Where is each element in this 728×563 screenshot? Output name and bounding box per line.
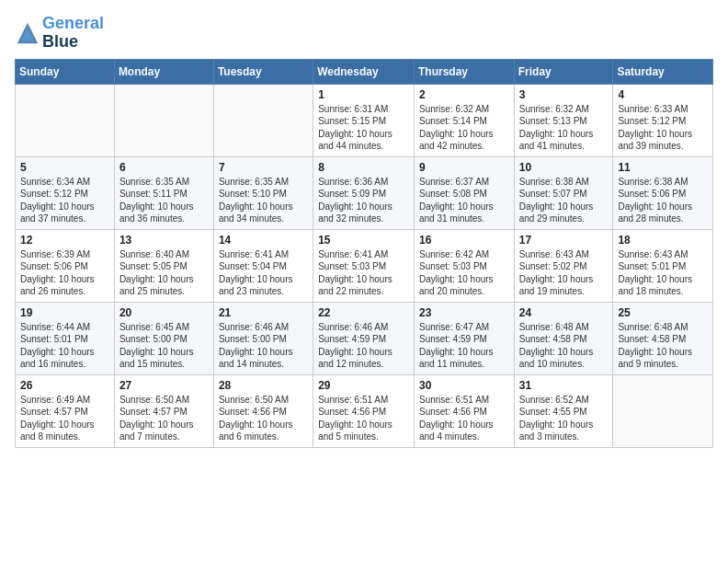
day-number: 19	[20, 306, 109, 319]
calendar-cell: 7Sunrise: 6:35 AM Sunset: 5:10 PM Daylig…	[213, 156, 313, 229]
day-number: 17	[519, 234, 609, 247]
day-number: 25	[618, 306, 708, 319]
day-number: 23	[419, 306, 509, 319]
calendar-cell: 9Sunrise: 6:37 AM Sunset: 5:08 PM Daylig…	[414, 156, 514, 229]
calendar-cell: 23Sunrise: 6:47 AM Sunset: 4:59 PM Dayli…	[414, 302, 514, 374]
calendar-week-row: 19Sunrise: 6:44 AM Sunset: 5:01 PM Dayli…	[16, 302, 713, 374]
calendar-cell: 17Sunrise: 6:43 AM Sunset: 5:02 PM Dayli…	[514, 229, 613, 302]
day-info: Sunrise: 6:35 AM Sunset: 5:10 PM Dayligh…	[219, 176, 308, 225]
day-info: Sunrise: 6:46 AM Sunset: 4:59 PM Dayligh…	[318, 321, 409, 371]
day-number: 1	[318, 88, 409, 101]
calendar-cell	[16, 84, 115, 156]
day-info: Sunrise: 6:43 AM Sunset: 5:02 PM Dayligh…	[519, 248, 609, 298]
day-number: 24	[519, 306, 609, 319]
day-number: 7	[219, 161, 308, 174]
day-number: 6	[119, 161, 209, 174]
day-info: Sunrise: 6:41 AM Sunset: 5:04 PM Dayligh…	[219, 248, 308, 298]
day-number: 5	[20, 161, 109, 174]
calendar-header-row: SundayMondayTuesdayWednesdayThursdayFrid…	[16, 59, 713, 84]
page-header: General Blue	[15, 15, 713, 52]
calendar-cell: 11Sunrise: 6:38 AM Sunset: 5:06 PM Dayli…	[613, 156, 713, 229]
day-info: Sunrise: 6:33 AM Sunset: 5:12 PM Dayligh…	[618, 103, 708, 153]
day-number: 4	[618, 88, 708, 101]
calendar-cell: 29Sunrise: 6:51 AM Sunset: 4:56 PM Dayli…	[313, 374, 415, 447]
day-number: 8	[318, 161, 409, 174]
calendar-cell: 2Sunrise: 6:32 AM Sunset: 5:14 PM Daylig…	[414, 84, 514, 156]
calendar-cell: 12Sunrise: 6:39 AM Sunset: 5:06 PM Dayli…	[16, 229, 115, 302]
day-info: Sunrise: 6:49 AM Sunset: 4:57 PM Dayligh…	[20, 394, 109, 443]
day-number: 10	[519, 161, 609, 174]
calendar-cell: 5Sunrise: 6:34 AM Sunset: 5:12 PM Daylig…	[16, 156, 115, 229]
day-number: 26	[20, 379, 109, 392]
day-info: Sunrise: 6:41 AM Sunset: 5:03 PM Dayligh…	[318, 248, 409, 298]
day-number: 12	[20, 234, 109, 247]
day-number: 3	[519, 88, 609, 101]
day-number: 11	[618, 161, 708, 174]
day-info: Sunrise: 6:43 AM Sunset: 5:01 PM Dayligh…	[618, 248, 708, 298]
logo: General Blue	[15, 15, 104, 52]
calendar-cell: 22Sunrise: 6:46 AM Sunset: 4:59 PM Dayli…	[313, 302, 415, 374]
logo-icon	[15, 20, 40, 46]
calendar-week-row: 5Sunrise: 6:34 AM Sunset: 5:12 PM Daylig…	[16, 156, 713, 229]
day-number: 18	[618, 234, 708, 247]
calendar-week-row: 12Sunrise: 6:39 AM Sunset: 5:06 PM Dayli…	[16, 229, 713, 302]
day-info: Sunrise: 6:40 AM Sunset: 5:05 PM Dayligh…	[119, 248, 209, 298]
day-info: Sunrise: 6:31 AM Sunset: 5:15 PM Dayligh…	[318, 103, 409, 153]
calendar-cell: 30Sunrise: 6:51 AM Sunset: 4:56 PM Dayli…	[414, 374, 514, 447]
calendar-cell	[213, 84, 313, 156]
calendar-cell: 31Sunrise: 6:52 AM Sunset: 4:55 PM Dayli…	[514, 374, 613, 447]
day-info: Sunrise: 6:34 AM Sunset: 5:12 PM Dayligh…	[20, 176, 109, 225]
calendar-cell: 19Sunrise: 6:44 AM Sunset: 5:01 PM Dayli…	[16, 302, 115, 374]
weekday-header: Friday	[514, 59, 613, 84]
day-number: 28	[219, 379, 308, 392]
calendar-cell	[613, 374, 713, 447]
day-info: Sunrise: 6:35 AM Sunset: 5:11 PM Dayligh…	[119, 176, 209, 225]
weekday-header: Thursday	[414, 59, 514, 84]
day-info: Sunrise: 6:38 AM Sunset: 5:06 PM Dayligh…	[618, 176, 708, 225]
day-number: 31	[519, 379, 609, 392]
calendar-cell: 1Sunrise: 6:31 AM Sunset: 5:15 PM Daylig…	[313, 84, 415, 156]
weekday-header: Tuesday	[213, 59, 313, 84]
day-number: 22	[318, 306, 409, 319]
calendar-cell: 3Sunrise: 6:32 AM Sunset: 5:13 PM Daylig…	[514, 84, 613, 156]
calendar-table: SundayMondayTuesdayWednesdayThursdayFrid…	[15, 59, 713, 448]
day-info: Sunrise: 6:52 AM Sunset: 4:55 PM Dayligh…	[519, 394, 609, 443]
day-number: 29	[318, 379, 409, 392]
day-info: Sunrise: 6:48 AM Sunset: 4:58 PM Dayligh…	[519, 321, 609, 371]
calendar-cell: 28Sunrise: 6:50 AM Sunset: 4:56 PM Dayli…	[213, 374, 313, 447]
calendar-cell: 26Sunrise: 6:49 AM Sunset: 4:57 PM Dayli…	[16, 374, 115, 447]
calendar-cell: 18Sunrise: 6:43 AM Sunset: 5:01 PM Dayli…	[613, 229, 713, 302]
calendar-cell: 25Sunrise: 6:48 AM Sunset: 4:58 PM Dayli…	[613, 302, 713, 374]
day-number: 14	[219, 234, 308, 247]
calendar-cell: 10Sunrise: 6:38 AM Sunset: 5:07 PM Dayli…	[514, 156, 613, 229]
day-number: 30	[419, 379, 509, 392]
day-number: 9	[419, 161, 509, 174]
day-info: Sunrise: 6:46 AM Sunset: 5:00 PM Dayligh…	[219, 321, 308, 371]
calendar-cell: 13Sunrise: 6:40 AM Sunset: 5:05 PM Dayli…	[114, 229, 213, 302]
calendar-cell: 4Sunrise: 6:33 AM Sunset: 5:12 PM Daylig…	[613, 84, 713, 156]
weekday-header: Wednesday	[313, 59, 415, 84]
day-info: Sunrise: 6:48 AM Sunset: 4:58 PM Dayligh…	[618, 321, 708, 371]
calendar-week-row: 26Sunrise: 6:49 AM Sunset: 4:57 PM Dayli…	[16, 374, 713, 447]
weekday-header: Saturday	[613, 59, 713, 84]
day-info: Sunrise: 6:38 AM Sunset: 5:07 PM Dayligh…	[519, 176, 609, 225]
day-info: Sunrise: 6:50 AM Sunset: 4:56 PM Dayligh…	[219, 394, 308, 443]
day-number: 13	[119, 234, 209, 247]
day-info: Sunrise: 6:51 AM Sunset: 4:56 PM Dayligh…	[318, 394, 409, 443]
day-info: Sunrise: 6:37 AM Sunset: 5:08 PM Dayligh…	[419, 176, 509, 225]
weekday-header: Sunday	[16, 59, 115, 84]
calendar-cell: 20Sunrise: 6:45 AM Sunset: 5:00 PM Dayli…	[114, 302, 213, 374]
day-info: Sunrise: 6:32 AM Sunset: 5:14 PM Dayligh…	[419, 103, 509, 153]
day-number: 27	[119, 379, 209, 392]
calendar-cell: 24Sunrise: 6:48 AM Sunset: 4:58 PM Dayli…	[514, 302, 613, 374]
calendar-cell: 16Sunrise: 6:42 AM Sunset: 5:03 PM Dayli…	[414, 229, 514, 302]
day-info: Sunrise: 6:51 AM Sunset: 4:56 PM Dayligh…	[419, 394, 509, 443]
logo-text: General Blue	[42, 15, 104, 52]
calendar-cell: 15Sunrise: 6:41 AM Sunset: 5:03 PM Dayli…	[313, 229, 415, 302]
day-info: Sunrise: 6:42 AM Sunset: 5:03 PM Dayligh…	[419, 248, 509, 298]
day-info: Sunrise: 6:50 AM Sunset: 4:57 PM Dayligh…	[119, 394, 209, 443]
day-info: Sunrise: 6:32 AM Sunset: 5:13 PM Dayligh…	[519, 103, 609, 153]
day-number: 15	[318, 234, 409, 247]
day-info: Sunrise: 6:39 AM Sunset: 5:06 PM Dayligh…	[20, 248, 109, 298]
calendar-week-row: 1Sunrise: 6:31 AM Sunset: 5:15 PM Daylig…	[16, 84, 713, 156]
